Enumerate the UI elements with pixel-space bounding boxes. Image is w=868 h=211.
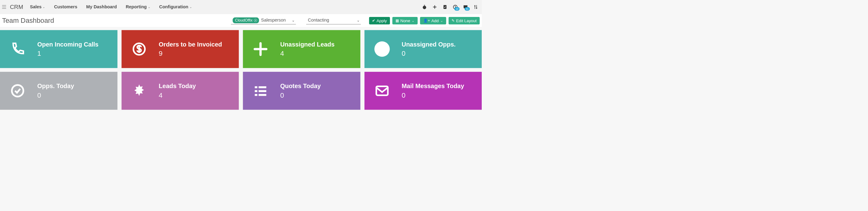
dashboard-cards: Open Incoming Calls 1 Orders to be Invoi… bbox=[0, 27, 482, 114]
chevron-down-icon: ⌄ bbox=[357, 18, 360, 23]
card-title: Opps. Today bbox=[37, 82, 74, 90]
svg-rect-17 bbox=[259, 90, 267, 92]
check-icon: ✔ bbox=[372, 19, 375, 23]
nav-item-mydashboard[interactable]: My Dashboard bbox=[86, 4, 117, 9]
card-unassigned-opps[interactable]: Unassigned Opps. 0 bbox=[364, 30, 482, 68]
svg-rect-19 bbox=[259, 94, 267, 96]
app-brand: CRM bbox=[10, 4, 23, 10]
card-mail-messages-today[interactable]: Mail Messages Today 0 bbox=[364, 72, 482, 110]
card-open-incoming-calls[interactable]: Open Incoming Calls 1 bbox=[0, 30, 117, 68]
plus-icon[interactable] bbox=[432, 4, 438, 10]
button-label: Edit Layout bbox=[456, 18, 477, 23]
salesperson-select[interactable]: CloudOffix ⓧ Salesperson ⌄ bbox=[231, 17, 296, 24]
apply-button[interactable]: ✔ Apply bbox=[369, 17, 390, 24]
clipboard-check-icon[interactable] bbox=[442, 4, 448, 10]
card-value: 0 bbox=[37, 91, 74, 99]
card-value: 4 bbox=[159, 91, 196, 99]
card-title: Mail Messages Today bbox=[402, 82, 464, 90]
topbar-icon-tray: 19 31 bbox=[422, 4, 480, 10]
sliders-icon[interactable] bbox=[472, 4, 479, 10]
nav-label: My Dashboard bbox=[86, 4, 117, 9]
phone-icon bbox=[8, 41, 27, 57]
nav-label: Configuration bbox=[159, 4, 188, 9]
mail-icon bbox=[373, 83, 392, 98]
chat-icon[interactable]: 31 bbox=[462, 4, 469, 10]
card-unassigned-leads[interactable]: Unassigned Leads 4 bbox=[243, 30, 361, 68]
annotation-arrow bbox=[119, 113, 163, 113]
circle-icon bbox=[373, 41, 392, 57]
hamburger-menu[interactable] bbox=[1, 3, 7, 10]
svg-rect-20 bbox=[376, 86, 388, 95]
list-icon bbox=[251, 83, 270, 98]
pencil-icon: ✎ bbox=[452, 19, 455, 23]
svg-rect-16 bbox=[255, 90, 257, 92]
card-quotes-today[interactable]: Quotes Today 0 bbox=[243, 72, 361, 110]
card-value: 0 bbox=[280, 91, 321, 99]
card-title: Open Incoming Calls bbox=[37, 41, 99, 48]
card-value: 4 bbox=[280, 50, 335, 58]
chevron-down-icon: ⌄ bbox=[440, 19, 443, 23]
badge-count: 31 bbox=[465, 7, 470, 10]
none-button[interactable]: ▦ None ⌄ bbox=[393, 17, 418, 24]
svg-rect-1 bbox=[424, 5, 425, 5]
chevron-down-icon: ⌄ bbox=[292, 18, 295, 23]
contacting-value: Contacting bbox=[308, 18, 329, 23]
main-nav: Sales ⌄ Customers My Dashboard Reporting… bbox=[30, 4, 192, 9]
salesperson-label: Salesperson bbox=[261, 18, 286, 23]
chevron-down-icon: ⌄ bbox=[148, 5, 150, 9]
add-button[interactable]: 👤+ Add ⌄ bbox=[420, 17, 446, 24]
chevron-down-icon: ⌄ bbox=[42, 5, 45, 9]
svg-rect-7 bbox=[475, 5, 475, 9]
calendar-icon: ▦ bbox=[396, 19, 399, 23]
nav-label: Reporting bbox=[126, 4, 147, 9]
card-title: Unassigned Opps. bbox=[402, 41, 456, 48]
card-title: Orders to be Invoiced bbox=[159, 41, 222, 48]
button-label: Add bbox=[431, 18, 439, 23]
clock-icon[interactable]: 19 bbox=[452, 4, 458, 10]
dollar-circle-icon bbox=[130, 41, 149, 57]
nav-label: Customers bbox=[54, 4, 77, 9]
nav-item-sales[interactable]: Sales ⌄ bbox=[30, 4, 45, 9]
close-icon[interactable]: ⓧ bbox=[254, 19, 257, 22]
filter-chip-cloudoffix[interactable]: CloudOffix ⓧ bbox=[232, 17, 259, 23]
plus-icon bbox=[251, 41, 270, 57]
stopwatch-icon[interactable] bbox=[422, 4, 428, 10]
card-value: 0 bbox=[402, 91, 464, 99]
topbar: CRM Sales ⌄ Customers My Dashboard Repor… bbox=[0, 0, 482, 14]
check-circle-icon bbox=[8, 83, 27, 98]
card-title: Unassigned Leads bbox=[280, 41, 335, 48]
person-plus-icon: 👤+ bbox=[423, 19, 430, 23]
card-value: 9 bbox=[159, 50, 222, 58]
filter-chip-label: CloudOffix bbox=[235, 18, 253, 23]
card-value: 1 bbox=[37, 50, 99, 58]
card-orders-to-be-invoiced[interactable]: Orders to be Invoiced 9 bbox=[121, 30, 239, 68]
svg-rect-18 bbox=[255, 94, 257, 96]
button-label: Apply bbox=[377, 18, 387, 23]
nav-item-configuration[interactable]: Configuration ⌄ bbox=[159, 4, 192, 9]
card-value: 0 bbox=[402, 50, 456, 58]
svg-rect-4 bbox=[443, 5, 446, 9]
edit-layout-button[interactable]: ✎ Edit Layout bbox=[448, 17, 479, 24]
chevron-down-icon: ⌄ bbox=[411, 19, 414, 23]
svg-rect-15 bbox=[259, 86, 267, 88]
svg-point-0 bbox=[423, 5, 426, 9]
svg-rect-9 bbox=[476, 5, 477, 9]
card-title: Quotes Today bbox=[280, 82, 321, 90]
card-opps-today[interactable]: Opps. Today 0 bbox=[0, 72, 117, 110]
card-title: Leads Today bbox=[159, 82, 196, 90]
controlbar: Team Dashboard CloudOffix ⓧ Salesperson … bbox=[0, 14, 482, 27]
badge-count: 19 bbox=[454, 7, 460, 10]
card-leads-today[interactable]: Leads Today 4 bbox=[121, 72, 239, 110]
nav-item-reporting[interactable]: Reporting ⌄ bbox=[126, 4, 150, 9]
button-label: None bbox=[400, 18, 410, 23]
contacting-select[interactable]: Contacting ⌄ bbox=[306, 17, 361, 24]
svg-rect-14 bbox=[255, 86, 257, 88]
nav-label: Sales bbox=[30, 4, 41, 9]
burst-icon bbox=[130, 83, 149, 98]
nav-item-customers[interactable]: Customers bbox=[54, 4, 77, 9]
page-title: Team Dashboard bbox=[2, 17, 54, 24]
chevron-down-icon: ⌄ bbox=[189, 5, 192, 9]
